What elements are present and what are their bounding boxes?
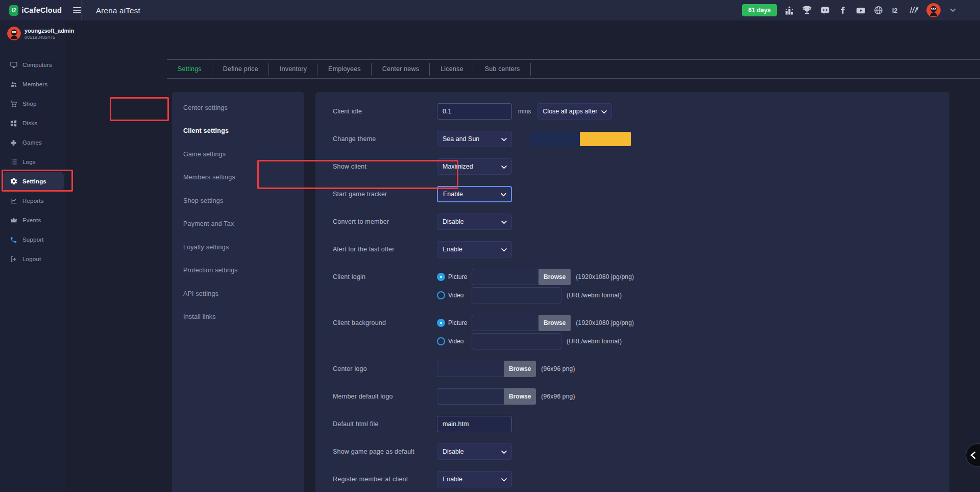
tab-employees[interactable]: Employees bbox=[317, 60, 372, 78]
client-login-video-input[interactable] bbox=[472, 287, 561, 303]
member-default-logo-input[interactable] bbox=[437, 388, 505, 405]
user-avatar[interactable] bbox=[926, 3, 941, 17]
register-member-select[interactable]: Enable bbox=[437, 471, 512, 487]
show-game-page-select[interactable]: Disable bbox=[437, 443, 512, 460]
sidebar-item-computers[interactable]: Computers bbox=[0, 55, 66, 75]
form-row-client-background: Client background Picture Browse (1920x1… bbox=[333, 315, 949, 349]
nav-item-loyalty-settings[interactable]: Loyalty settings bbox=[172, 236, 304, 259]
nav-item-protection-settings[interactable]: Protection settings bbox=[172, 259, 304, 283]
client-idle-action-select[interactable]: Close all apps after ch bbox=[537, 103, 612, 120]
center-logo-hint: (96x96 png) bbox=[541, 365, 575, 372]
facebook-icon[interactable] bbox=[837, 5, 848, 16]
default-html-file-label: Default html file bbox=[333, 420, 437, 428]
nav-item-center-settings[interactable]: Center settings bbox=[172, 96, 304, 120]
convert-to-member-select[interactable]: Disable bbox=[437, 214, 512, 230]
topbar-brand-area: i2 iCafeCloud bbox=[0, 0, 82, 20]
alert-last-offer-label: Alert for the last offer bbox=[333, 246, 437, 253]
brand-name: iCafeCloud bbox=[21, 6, 62, 14]
sidebar-item-members[interactable]: Members bbox=[0, 75, 66, 94]
picture-hint: (1920x1080 jpg/png) bbox=[576, 273, 634, 280]
alert-last-offer-select[interactable]: Enable bbox=[437, 241, 512, 257]
form-row-show-client: Show client Maximized bbox=[333, 158, 949, 175]
caret-down-icon[interactable] bbox=[947, 5, 959, 16]
sidebar-item-logs[interactable]: Logs bbox=[0, 152, 66, 172]
sidebar-item-support[interactable]: Support bbox=[0, 230, 66, 249]
tab-inventory[interactable]: Inventory bbox=[269, 60, 317, 78]
client-idle-label: Client idle bbox=[333, 108, 437, 115]
icafe-brand-icon[interactable]: i2 bbox=[891, 5, 902, 16]
client-login-picture-radio[interactable] bbox=[437, 273, 445, 281]
change-theme-select[interactable]: Sea and Sun bbox=[437, 131, 512, 147]
client-login-picture-input[interactable] bbox=[472, 269, 540, 285]
nav-item-client-settings[interactable]: Client settings bbox=[172, 120, 304, 143]
show-client-select[interactable]: Maximized bbox=[437, 158, 512, 175]
client-login-picture-browse-button[interactable]: Browse bbox=[538, 269, 571, 285]
sidebar-item-shop[interactable]: Shop bbox=[0, 94, 66, 113]
client-idle-unit: mins bbox=[518, 108, 531, 115]
nav-item-payment-and-tax[interactable]: Payment and Tax bbox=[172, 213, 304, 236]
sidebar-item-games[interactable]: Games bbox=[0, 133, 66, 152]
nav-item-install-links[interactable]: Install links bbox=[172, 306, 304, 329]
client-background-label: Client background bbox=[333, 315, 437, 331]
video-hint: (URL/webm format) bbox=[567, 292, 622, 299]
client-background-picture-input[interactable] bbox=[472, 315, 540, 331]
client-settings-form: Client idle mins Close all apps after ch… bbox=[315, 92, 949, 492]
nav-item-api-settings[interactable]: API settings bbox=[172, 282, 304, 306]
client-idle-input[interactable] bbox=[437, 103, 512, 120]
tab-center-news[interactable]: Center news bbox=[372, 60, 430, 78]
globe-icon[interactable] bbox=[873, 5, 884, 16]
tab-license[interactable]: License bbox=[430, 60, 474, 78]
tab-sub-centers[interactable]: Sub centers bbox=[474, 60, 531, 78]
client-background-video-radio[interactable] bbox=[437, 337, 445, 345]
nav-item-game-settings[interactable]: Game settings bbox=[172, 143, 304, 166]
member-default-logo-browse-button[interactable]: Browse bbox=[504, 388, 536, 405]
client-background-picture-radio[interactable] bbox=[437, 319, 445, 327]
sidebar-item-events[interactable]: Events bbox=[0, 210, 66, 230]
trophy-icon[interactable] bbox=[801, 5, 813, 16]
nav-item-members-settings[interactable]: Members settings bbox=[172, 166, 304, 190]
crown-icon bbox=[9, 216, 18, 225]
license-days-badge[interactable]: 61 days bbox=[742, 4, 777, 16]
topbar-actions: 61 days i2 bbox=[742, 3, 980, 17]
client-login-label: Client login bbox=[333, 269, 437, 285]
start-game-tracker-select[interactable]: Enable bbox=[437, 186, 512, 202]
members-icon bbox=[9, 80, 18, 89]
phone-icon bbox=[9, 236, 18, 244]
youtube-icon[interactable] bbox=[855, 5, 866, 16]
form-row-register-member: Register member at client Enable bbox=[333, 471, 949, 487]
main-content: Settings Define price Inventory Employee… bbox=[66, 20, 980, 492]
center-logo-label: Center logo bbox=[333, 365, 437, 372]
discord-icon[interactable] bbox=[819, 5, 830, 16]
user-id: 005193482475 bbox=[24, 35, 62, 40]
theme-preview-navy-swatch bbox=[530, 132, 580, 146]
sidebar-item-logout[interactable]: Logout bbox=[0, 249, 66, 269]
client-login-video-radio[interactable] bbox=[437, 291, 445, 299]
disks-icon bbox=[9, 119, 18, 128]
center-name: Arena aiTest bbox=[96, 6, 140, 15]
chevron-down-icon bbox=[501, 217, 507, 226]
sidebar-avatar[interactable] bbox=[7, 27, 21, 40]
chevron-down-icon bbox=[501, 475, 507, 484]
panes-icon[interactable] bbox=[909, 5, 920, 16]
register-member-label: Register member at client bbox=[333, 476, 437, 483]
client-background-picture-browse-button[interactable]: Browse bbox=[538, 315, 571, 331]
chevron-down-icon bbox=[501, 162, 507, 171]
sidebar-item-disks[interactable]: Disks bbox=[0, 113, 66, 133]
center-logo-browse-button[interactable]: Browse bbox=[504, 361, 536, 377]
client-background-video-row: Video (URL/webm format) bbox=[437, 333, 634, 349]
ranking-icon[interactable] bbox=[783, 5, 795, 16]
cart-icon bbox=[9, 100, 18, 108]
start-game-tracker-label: Start game tracker bbox=[333, 191, 437, 198]
tab-settings[interactable]: Settings bbox=[167, 60, 212, 78]
sidebar-item-settings[interactable]: Settings bbox=[3, 172, 64, 191]
topbar: i2 iCafeCloud Arena aiTest 61 days bbox=[0, 0, 980, 20]
center-logo-input[interactable] bbox=[437, 361, 505, 377]
client-background-video-input[interactable] bbox=[472, 333, 561, 349]
default-html-file-input[interactable] bbox=[437, 416, 512, 432]
hamburger-menu-icon[interactable] bbox=[73, 7, 81, 13]
change-theme-label: Change theme bbox=[333, 135, 437, 143]
nav-item-shop-settings[interactable]: Shop settings bbox=[172, 189, 304, 213]
tab-define-price[interactable]: Define price bbox=[212, 60, 269, 78]
sidebar-item-reports[interactable]: Reports bbox=[0, 191, 66, 210]
form-row-center-logo: Center logo Browse (96x96 png) bbox=[333, 361, 949, 377]
